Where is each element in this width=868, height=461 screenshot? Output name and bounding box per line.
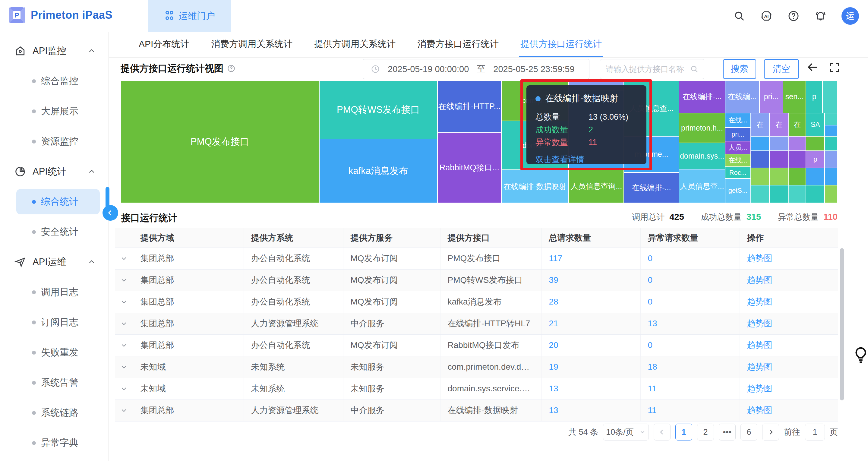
date-end-value[interactable]: 2025-05-25 23:59:59 xyxy=(493,64,575,74)
total-requests-link[interactable]: 28 xyxy=(541,291,640,313)
total-requests-link[interactable]: 39 xyxy=(541,269,640,291)
treemap-cell[interactable] xyxy=(825,151,838,168)
total-requests-link[interactable]: 117 xyxy=(541,248,640,269)
page-button-6[interactable]: 6 xyxy=(741,424,757,440)
total-requests-link[interactable]: 19 xyxy=(541,356,640,378)
help-icon[interactable] xyxy=(787,10,800,22)
treemap-cell-pri...[interactable]: pri... xyxy=(725,127,751,141)
error-requests-link[interactable]: 11 xyxy=(640,378,740,399)
clear-button[interactable]: 清空 xyxy=(764,59,799,79)
treemap-cell[interactable] xyxy=(806,185,825,203)
row-expand-toggle[interactable] xyxy=(115,334,133,356)
treemap-cell[interactable] xyxy=(823,81,838,113)
trend-chart-link[interactable]: 趋势图 xyxy=(740,291,838,313)
treemap-cell[interactable] xyxy=(789,151,806,168)
treemap-cell-人员信息查询...[interactable]: 人员信息查询... xyxy=(569,169,624,203)
treemap-cell[interactable] xyxy=(825,168,838,185)
tab-消费方调用关系统计[interactable]: 消费方调用关系统计 xyxy=(210,32,293,57)
next-page-button[interactable] xyxy=(762,424,779,440)
sidebar-item-调用日志[interactable]: 调用日志 xyxy=(0,277,108,307)
tab-API分布统计[interactable]: API分布统计 xyxy=(137,32,190,57)
search-icon[interactable] xyxy=(733,10,746,22)
treemap-cell[interactable] xyxy=(806,136,825,151)
sidebar-collapse-button[interactable] xyxy=(102,205,118,221)
trend-chart-link[interactable]: 趋势图 xyxy=(740,399,838,421)
trend-chart-link[interactable]: 趋势图 xyxy=(740,269,838,291)
back-arrow-icon[interactable] xyxy=(806,60,819,74)
treemap-cell[interactable] xyxy=(789,168,806,185)
date-start-value[interactable]: 2025-05-19 00:00:00 xyxy=(388,64,469,74)
table-scrollbar-thumb[interactable] xyxy=(840,248,844,400)
treemap-cell-人员信息查...[interactable]: 人员信息查... xyxy=(679,169,725,203)
error-requests-link[interactable]: 0 xyxy=(640,334,740,356)
provider-interface-treemap[interactable]: PMQ发布接口PMQ转WS发布接口kafka消息发布在线编排-HTTP...Ra… xyxy=(121,81,838,203)
sidebar-item-安全统计[interactable]: 安全统计 xyxy=(0,217,108,247)
treemap-cell-getS...[interactable]: getS... xyxy=(725,179,751,203)
treemap-cell[interactable] xyxy=(806,168,825,185)
treemap-cell-在[interactable]: 在 xyxy=(789,113,806,136)
sidebar-item-失败重发[interactable]: 失败重发 xyxy=(0,337,108,368)
trend-chart-link[interactable]: 趋势图 xyxy=(740,378,838,399)
treemap-cell[interactable] xyxy=(751,168,769,185)
prev-page-button[interactable] xyxy=(654,424,671,440)
trend-chart-link[interactable]: 趋势图 xyxy=(740,248,838,269)
treemap-cell[interactable] xyxy=(769,136,789,151)
treemap-cell-domain.sys...[interactable]: domain.sys... xyxy=(679,143,725,169)
title-help-icon[interactable] xyxy=(227,64,236,73)
tab-消费方接口运行统计[interactable]: 消费方接口运行统计 xyxy=(416,32,500,57)
search-button[interactable]: 搜索 xyxy=(723,59,756,79)
treemap-cell-SA[interactable]: SA xyxy=(806,113,825,136)
user-avatar[interactable]: 运 xyxy=(841,7,859,25)
treemap-cell-PMQ发布接口[interactable]: PMQ发布接口 xyxy=(121,81,319,203)
trend-chart-link[interactable]: 趋势图 xyxy=(740,356,838,378)
row-expand-toggle[interactable] xyxy=(115,378,133,399)
row-expand-toggle[interactable] xyxy=(115,269,133,291)
row-expand-toggle[interactable] xyxy=(115,356,133,378)
treemap-cell-p[interactable]: p xyxy=(806,81,823,113)
treemap-cell[interactable] xyxy=(825,136,838,151)
treemap-cell[interactable] xyxy=(825,125,838,136)
total-requests-link[interactable]: 21 xyxy=(541,313,640,334)
treemap-cell-sen...[interactable]: sen... xyxy=(783,81,806,113)
treemap-cell-kafka消息发布[interactable]: kafka消息发布 xyxy=(319,139,437,203)
treemap-cell-在线...[interactable]: 在线... xyxy=(725,113,751,128)
goto-page-input[interactable]: 1 xyxy=(805,424,825,440)
treemap-cell-p[interactable]: p xyxy=(806,151,825,168)
treemap-cell[interactable] xyxy=(825,113,838,125)
ai-assistant-icon[interactable]: AI xyxy=(760,10,773,22)
total-requests-link[interactable]: 13 xyxy=(541,378,640,399)
treemap-cell-在线编排-...[interactable]: 在线编排-... xyxy=(679,81,725,113)
sidebar-group-API运维[interactable]: API运维 xyxy=(0,247,108,277)
treemap-cell-primeton.h...[interactable]: primeton.h... xyxy=(679,113,725,143)
notification-bell-icon[interactable] xyxy=(814,10,827,22)
page-size-select[interactable]: 10条/页 xyxy=(603,424,649,440)
error-requests-link[interactable]: 0 xyxy=(640,269,740,291)
row-expand-toggle[interactable] xyxy=(115,291,133,313)
treemap-cell-Roc...[interactable]: Roc... xyxy=(725,167,751,179)
error-requests-link[interactable]: 11 xyxy=(640,399,740,421)
treemap-cell[interactable] xyxy=(751,185,769,203)
treemap-cell[interactable] xyxy=(769,185,789,203)
treemap-cell-RabbitMQ接口...[interactable]: RabbitMQ接口... xyxy=(437,133,501,203)
page-button-2[interactable]: 2 xyxy=(697,424,714,440)
sidebar-item-系统告警[interactable]: 系统告警 xyxy=(0,368,108,398)
row-expand-toggle[interactable] xyxy=(115,399,133,421)
treemap-cell-人员...[interactable]: 人员... xyxy=(725,141,751,154)
treemap-cell-在[interactable]: 在 xyxy=(751,113,769,136)
fullscreen-icon[interactable] xyxy=(829,62,841,73)
treemap-cell-在线编排-数据映射[interactable]: 在线编排-数据映射 xyxy=(501,170,569,203)
treemap-cell[interactable] xyxy=(825,185,838,203)
treemap-cell[interactable] xyxy=(769,168,789,185)
page-ellipsis[interactable]: ••• xyxy=(719,424,736,440)
interface-search-field[interactable] xyxy=(600,59,704,79)
portal-tab-ops[interactable]: 运维门户 xyxy=(148,0,231,32)
treemap-cell-pri...[interactable]: pri... xyxy=(760,81,783,113)
sidebar-group-API统计[interactable]: API统计 xyxy=(0,156,108,187)
row-expand-toggle[interactable] xyxy=(115,313,133,334)
interface-search-input[interactable] xyxy=(606,64,690,74)
error-requests-link[interactable]: 18 xyxy=(640,356,740,378)
treemap-cell[interactable] xyxy=(751,151,769,168)
sidebar-item-系统链路[interactable]: 系统链路 xyxy=(0,398,108,428)
tooltip-detail-link[interactable]: 双击查看详情 xyxy=(535,154,638,165)
error-requests-link[interactable]: 0 xyxy=(640,248,740,269)
